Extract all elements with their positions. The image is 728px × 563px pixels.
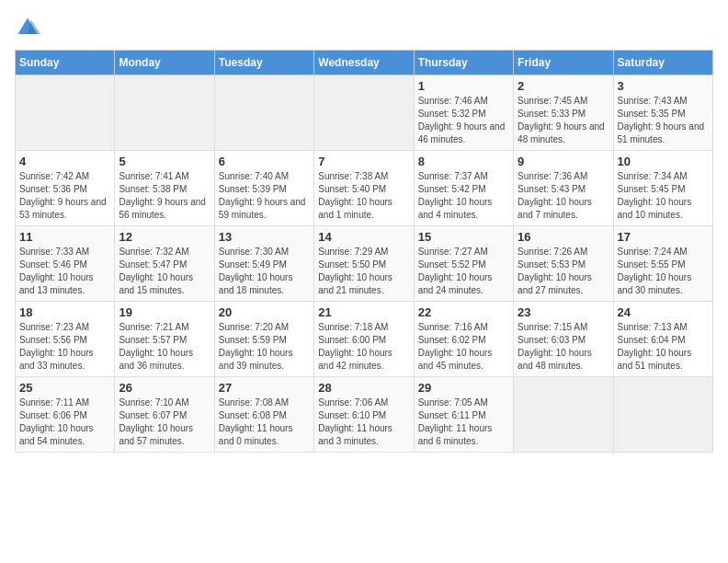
logo-icon (15, 15, 40, 40)
day-info: Sunrise: 7:24 AM Sunset: 5:55 PM Dayligh… (618, 246, 709, 297)
day-info: Sunrise: 7:15 AM Sunset: 6:03 PM Dayligh… (518, 321, 609, 373)
day-number: 7 (318, 155, 409, 168)
day-number: 8 (418, 155, 509, 168)
day-number: 17 (618, 230, 709, 244)
day-number: 27 (219, 381, 310, 395)
calendar-cell: 17Sunrise: 7:24 AM Sunset: 5:55 PM Dayli… (613, 226, 712, 302)
calendar-cell: 3Sunrise: 7:43 AM Sunset: 5:35 PM Daylig… (613, 75, 712, 151)
day-number: 28 (318, 381, 409, 395)
day-number: 12 (119, 230, 210, 244)
day-info: Sunrise: 7:20 AM Sunset: 5:59 PM Dayligh… (219, 321, 310, 373)
calendar-cell: 26Sunrise: 7:10 AM Sunset: 6:07 PM Dayli… (115, 377, 214, 453)
calendar-cell: 21Sunrise: 7:18 AM Sunset: 6:00 PM Dayli… (314, 302, 414, 377)
day-info: Sunrise: 7:38 AM Sunset: 5:40 PM Dayligh… (318, 170, 409, 222)
day-info: Sunrise: 7:46 AM Sunset: 5:32 PM Dayligh… (418, 95, 509, 146)
page-header (15, 15, 713, 40)
day-info: Sunrise: 7:27 AM Sunset: 5:52 PM Dayligh… (418, 246, 509, 297)
calendar-cell: 14Sunrise: 7:29 AM Sunset: 5:50 PM Dayli… (314, 226, 414, 302)
day-number: 19 (119, 305, 210, 319)
day-info: Sunrise: 7:26 AM Sunset: 5:53 PM Dayligh… (518, 246, 609, 297)
calendar-cell (514, 377, 613, 453)
calendar-cell: 5Sunrise: 7:41 AM Sunset: 5:38 PM Daylig… (115, 151, 214, 226)
calendar-cell: 18Sunrise: 7:23 AM Sunset: 5:56 PM Dayli… (16, 302, 115, 377)
calendar-cell (314, 75, 414, 151)
calendar-cell: 8Sunrise: 7:37 AM Sunset: 5:42 PM Daylig… (414, 151, 513, 226)
day-info: Sunrise: 7:36 AM Sunset: 5:43 PM Dayligh… (518, 170, 609, 222)
day-of-week-header: Sunday (16, 51, 115, 75)
day-info: Sunrise: 7:23 AM Sunset: 5:56 PM Dayligh… (19, 321, 110, 373)
calendar-cell: 9Sunrise: 7:36 AM Sunset: 5:43 PM Daylig… (514, 151, 613, 226)
day-number: 13 (219, 230, 310, 244)
calendar-cell: 4Sunrise: 7:42 AM Sunset: 5:36 PM Daylig… (16, 151, 115, 226)
calendar-cell (115, 75, 214, 151)
day-info: Sunrise: 7:33 AM Sunset: 5:46 PM Dayligh… (19, 246, 110, 297)
calendar-cell: 2Sunrise: 7:45 AM Sunset: 5:33 PM Daylig… (514, 75, 613, 151)
calendar-cell: 28Sunrise: 7:06 AM Sunset: 6:10 PM Dayli… (314, 377, 414, 453)
day-number: 29 (418, 381, 509, 395)
day-info: Sunrise: 7:11 AM Sunset: 6:06 PM Dayligh… (19, 396, 110, 448)
day-of-week-header: Wednesday (314, 51, 414, 75)
day-number: 25 (19, 381, 110, 395)
day-info: Sunrise: 7:29 AM Sunset: 5:50 PM Dayligh… (318, 246, 409, 297)
day-of-week-header: Tuesday (214, 51, 313, 75)
day-number: 14 (318, 230, 409, 244)
calendar-cell: 20Sunrise: 7:20 AM Sunset: 5:59 PM Dayli… (214, 302, 313, 377)
calendar-cell: 25Sunrise: 7:11 AM Sunset: 6:06 PM Dayli… (16, 377, 115, 453)
calendar-week-row: 11Sunrise: 7:33 AM Sunset: 5:46 PM Dayli… (16, 226, 713, 302)
day-info: Sunrise: 7:06 AM Sunset: 6:10 PM Dayligh… (318, 396, 409, 448)
day-info: Sunrise: 7:43 AM Sunset: 5:35 PM Dayligh… (618, 95, 709, 146)
calendar-cell: 12Sunrise: 7:32 AM Sunset: 5:47 PM Dayli… (115, 226, 214, 302)
calendar-cell: 1Sunrise: 7:46 AM Sunset: 5:32 PM Daylig… (414, 75, 513, 151)
day-info: Sunrise: 7:30 AM Sunset: 5:49 PM Dayligh… (219, 246, 310, 297)
day-number: 21 (318, 305, 409, 319)
calendar-cell (214, 75, 313, 151)
day-info: Sunrise: 7:18 AM Sunset: 6:00 PM Dayligh… (318, 321, 409, 373)
calendar-cell: 24Sunrise: 7:13 AM Sunset: 6:04 PM Dayli… (613, 302, 712, 377)
day-number: 16 (518, 230, 609, 244)
day-of-week-header: Saturday (613, 51, 712, 75)
calendar-week-row: 4Sunrise: 7:42 AM Sunset: 5:36 PM Daylig… (16, 151, 713, 226)
calendar-cell: 7Sunrise: 7:38 AM Sunset: 5:40 PM Daylig… (314, 151, 414, 226)
calendar-cell: 16Sunrise: 7:26 AM Sunset: 5:53 PM Dayli… (514, 226, 613, 302)
day-info: Sunrise: 7:42 AM Sunset: 5:36 PM Dayligh… (19, 170, 110, 222)
calendar-header-row: SundayMondayTuesdayWednesdayThursdayFrid… (16, 51, 713, 75)
day-number: 1 (418, 79, 509, 93)
day-number: 6 (219, 155, 310, 168)
day-number: 23 (518, 305, 609, 319)
day-number: 3 (618, 79, 709, 93)
day-number: 15 (418, 230, 509, 244)
day-number: 22 (418, 305, 509, 319)
calendar-cell: 19Sunrise: 7:21 AM Sunset: 5:57 PM Dayli… (115, 302, 214, 377)
day-info: Sunrise: 7:40 AM Sunset: 5:39 PM Dayligh… (219, 170, 310, 222)
day-of-week-header: Thursday (414, 51, 513, 75)
calendar-body: 1Sunrise: 7:46 AM Sunset: 5:32 PM Daylig… (16, 75, 713, 453)
calendar-cell: 15Sunrise: 7:27 AM Sunset: 5:52 PM Dayli… (414, 226, 513, 302)
day-number: 4 (19, 155, 110, 168)
day-info: Sunrise: 7:10 AM Sunset: 6:07 PM Dayligh… (119, 396, 210, 448)
calendar-cell (613, 377, 712, 453)
calendar-cell (16, 75, 115, 151)
day-number: 2 (518, 79, 609, 93)
day-info: Sunrise: 7:41 AM Sunset: 5:38 PM Dayligh… (119, 170, 210, 222)
day-info: Sunrise: 7:21 AM Sunset: 5:57 PM Dayligh… (119, 321, 210, 373)
day-info: Sunrise: 7:37 AM Sunset: 5:42 PM Dayligh… (418, 170, 509, 222)
day-number: 20 (219, 305, 310, 319)
logo (15, 15, 44, 40)
calendar-week-row: 25Sunrise: 7:11 AM Sunset: 6:06 PM Dayli… (16, 377, 713, 453)
day-info: Sunrise: 7:05 AM Sunset: 6:11 PM Dayligh… (418, 396, 509, 448)
calendar-cell: 29Sunrise: 7:05 AM Sunset: 6:11 PM Dayli… (414, 377, 513, 453)
day-info: Sunrise: 7:45 AM Sunset: 5:33 PM Dayligh… (518, 95, 609, 146)
calendar-cell: 13Sunrise: 7:30 AM Sunset: 5:49 PM Dayli… (214, 226, 313, 302)
day-of-week-header: Friday (514, 51, 613, 75)
day-info: Sunrise: 7:13 AM Sunset: 6:04 PM Dayligh… (618, 321, 709, 373)
calendar-cell: 10Sunrise: 7:34 AM Sunset: 5:45 PM Dayli… (613, 151, 712, 226)
calendar-week-row: 1Sunrise: 7:46 AM Sunset: 5:32 PM Daylig… (16, 75, 713, 151)
calendar-cell: 6Sunrise: 7:40 AM Sunset: 5:39 PM Daylig… (214, 151, 313, 226)
day-of-week-header: Monday (115, 51, 214, 75)
day-info: Sunrise: 7:16 AM Sunset: 6:02 PM Dayligh… (418, 321, 509, 373)
calendar-cell: 23Sunrise: 7:15 AM Sunset: 6:03 PM Dayli… (514, 302, 613, 377)
day-number: 24 (618, 305, 709, 319)
day-number: 5 (119, 155, 210, 168)
day-info: Sunrise: 7:34 AM Sunset: 5:45 PM Dayligh… (618, 170, 709, 222)
day-info: Sunrise: 7:32 AM Sunset: 5:47 PM Dayligh… (119, 246, 210, 297)
